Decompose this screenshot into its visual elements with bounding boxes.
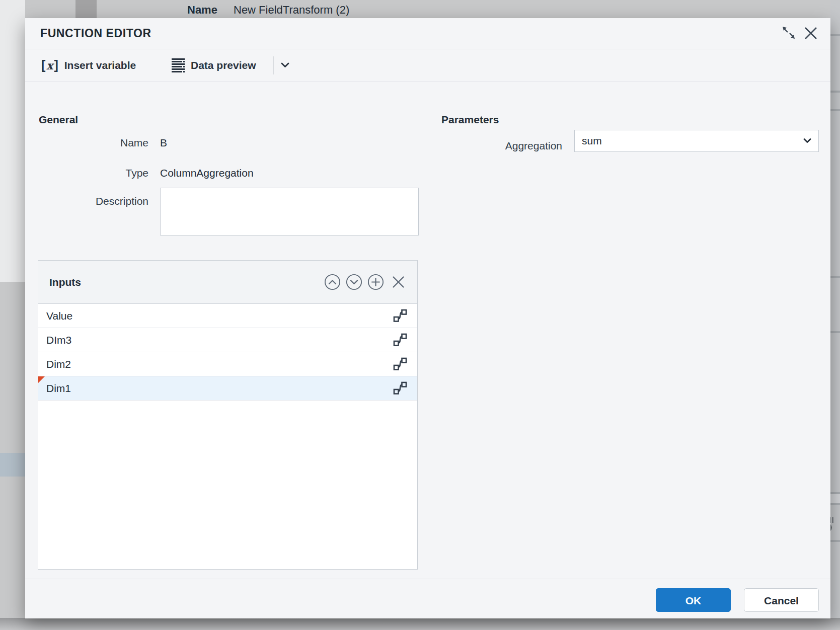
function-editor-dialog: FUNCTION EDITOR [x] Insert variabl: [25, 18, 830, 618]
description-input[interactable]: [160, 188, 419, 235]
toolbar-separator: [273, 56, 274, 74]
name-label: Name: [48, 137, 148, 149]
type-value: ColumnAggregation: [160, 167, 254, 179]
add-input-icon[interactable]: [367, 274, 384, 290]
general-section-heading: General: [39, 114, 78, 126]
map-field-icon[interactable]: [393, 357, 407, 371]
dialog-title: FUNCTION EDITOR: [40, 18, 151, 49]
inputs-heading: Inputs: [49, 261, 81, 304]
map-field-icon[interactable]: [393, 308, 407, 323]
background-name-label: Name: [187, 4, 217, 17]
dialog-toolbar: [x] Insert variable Data preview: [25, 49, 830, 82]
data-preview-label: Data preview: [191, 59, 256, 71]
map-field-icon[interactable]: [393, 381, 407, 396]
name-value: B: [160, 137, 167, 149]
data-preview-caret-button[interactable]: [277, 49, 292, 81]
input-row-dim1-selected[interactable]: Dim1: [38, 376, 417, 401]
delete-input-icon[interactable]: [392, 275, 408, 292]
aggregation-select[interactable]: sum: [574, 130, 819, 152]
background-right-strip: [830, 0, 840, 630]
ok-button[interactable]: OK: [656, 588, 731, 612]
insert-variable-label: Insert variable: [64, 59, 136, 71]
inputs-panel: Inputs: [38, 260, 418, 570]
type-label: Type: [48, 167, 148, 179]
aggregation-selected-value: sum: [582, 130, 602, 151]
inputs-row-list: Value DIm3: [38, 304, 417, 401]
expand-icon[interactable]: [781, 26, 796, 39]
unsaved-change-marker: [38, 376, 45, 383]
insert-variable-button[interactable]: [x] Insert variable: [41, 49, 136, 81]
input-row-value[interactable]: Value: [38, 304, 417, 328]
cancel-button[interactable]: Cancel: [744, 588, 819, 612]
insert-variable-icon: [x]: [41, 58, 59, 72]
move-down-icon[interactable]: [346, 274, 362, 290]
dialog-footer: OK Cancel: [25, 579, 830, 618]
background-form-row: Name New FieldTransform (2): [0, 0, 840, 18]
parameters-section-heading: Parameters: [441, 114, 499, 126]
move-up-icon[interactable]: [324, 274, 341, 290]
close-icon[interactable]: [804, 26, 819, 39]
background-selected-item: [0, 453, 25, 477]
map-field-icon[interactable]: [393, 333, 407, 347]
modal-drop-shadow: [0, 618, 840, 630]
input-row-dim2[interactable]: Dim2: [38, 352, 417, 376]
input-row-dim3[interactable]: DIm3: [38, 328, 417, 352]
background-left-panel: [0, 0, 25, 282]
dialog-header: FUNCTION EDITOR: [25, 18, 830, 49]
background-name-value: New FieldTransform (2): [234, 4, 349, 17]
chevron-down-icon: [281, 62, 289, 68]
chevron-down-icon: [803, 138, 811, 143]
inputs-panel-header: Inputs: [38, 261, 417, 304]
data-preview-button[interactable]: Data preview: [171, 49, 256, 81]
description-label: Description: [48, 195, 148, 207]
aggregation-label: Aggregation: [462, 140, 562, 152]
data-preview-icon: [171, 57, 185, 74]
